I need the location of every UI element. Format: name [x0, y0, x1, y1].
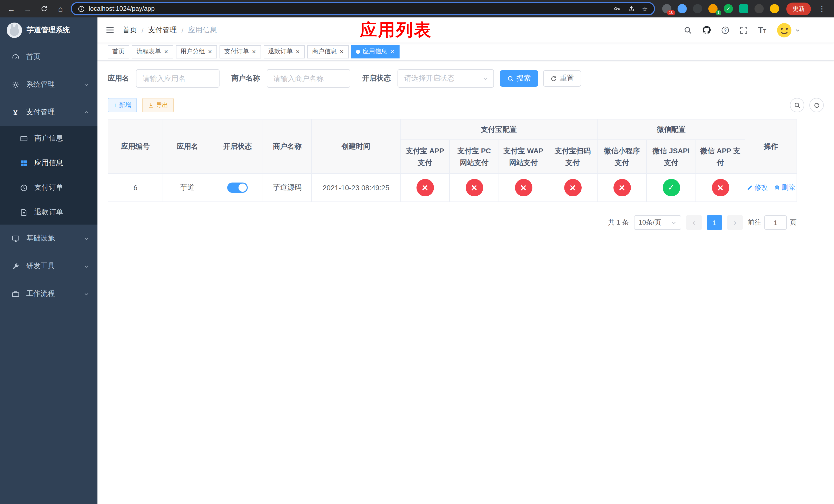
sidebar-item-system[interactable]: 系统管理: [0, 71, 97, 98]
breadcrumb-payment[interactable]: 支付管理: [148, 25, 177, 35]
extension-icon-pin[interactable]: [754, 4, 764, 13]
sidebar-item-merchant-info[interactable]: 商户信息: [0, 126, 97, 151]
sidebar-item-workflow[interactable]: 工作流程: [0, 280, 97, 307]
export-button[interactable]: 导出: [142, 98, 174, 112]
bookmark-star-icon[interactable]: ☆: [642, 5, 648, 13]
hamburger-icon[interactable]: [97, 26, 123, 35]
status-select[interactable]: 请选择开启状态: [397, 69, 494, 88]
breadcrumb-home[interactable]: 首页: [123, 25, 137, 35]
col-header-alipay-pc: 支付宝 PC 网站支付: [449, 140, 499, 174]
cell-actions: 修改 删除: [745, 174, 797, 202]
logo-avatar: [7, 23, 22, 38]
sidebar-item-home[interactable]: 首页: [0, 43, 97, 71]
browser-forward-icon[interactable]: →: [22, 3, 34, 15]
sidebar-item-refund-order[interactable]: 退款订单: [0, 200, 97, 225]
tab-merchant-info[interactable]: 商户信息 ×: [307, 45, 349, 58]
browser-update-button[interactable]: 更新: [786, 2, 811, 15]
tabs-bar: 首页 流程表单 × 用户分组 × 支付订单 × 退款订单 ×: [97, 43, 834, 61]
goto-page-input[interactable]: [764, 215, 787, 230]
search-icon[interactable]: [684, 26, 692, 34]
close-icon[interactable]: ×: [339, 48, 344, 55]
wrench-icon: [11, 262, 20, 270]
extensions-puzzle-icon[interactable]: 10: [662, 4, 672, 13]
sidebar-logo[interactable]: 芋道管理系统: [0, 18, 97, 43]
cell-id: 6: [108, 174, 163, 202]
pencil-icon: [747, 185, 753, 191]
data-table: 应用编号 应用名 开启状态 商户名称 创建时间 支付宝配置 微信配置 操作 支付…: [108, 119, 824, 202]
sidebar-item-app-info[interactable]: 应用信息: [0, 151, 97, 175]
fullscreen-icon[interactable]: [740, 26, 748, 34]
close-icon[interactable]: ×: [251, 48, 256, 55]
extensions-badge: 10: [667, 10, 675, 15]
table-toolbar: + 新增 导出: [108, 98, 824, 112]
user-menu[interactable]: [776, 22, 800, 38]
tab-label: 用户分组: [180, 47, 205, 56]
sidebar-item-label: 基础设施: [26, 234, 55, 243]
cell-created: 2021-10-23 08:49:25: [312, 174, 400, 202]
main-area: 首页 / 支付管理 / 应用信息 应用列表 ?: [97, 18, 834, 504]
yen-icon: ¥: [11, 108, 20, 117]
close-icon[interactable]: ×: [207, 48, 212, 55]
app-window: 芋道管理系统 首页 系统管理 ¥ 支付管理: [0, 18, 834, 504]
close-icon[interactable]: ×: [295, 48, 300, 55]
edit-link[interactable]: 修改: [747, 183, 768, 192]
chevron-down-icon: [84, 263, 89, 269]
breadcrumb-separator: /: [141, 26, 144, 34]
extension-icon-dark[interactable]: [693, 4, 702, 13]
tab-process-form[interactable]: 流程表单 ×: [132, 45, 173, 58]
merchant-name-input[interactable]: [267, 69, 350, 88]
browser-menu-icon[interactable]: ⋮: [815, 4, 829, 13]
github-icon[interactable]: [702, 26, 711, 35]
refresh-table-button[interactable]: [809, 98, 824, 112]
add-button[interactable]: + 新增: [108, 98, 137, 112]
status-alipay-wap: [515, 179, 532, 197]
tab-app-info[interactable]: 应用信息 ×: [351, 45, 399, 58]
extension-icon-green-check[interactable]: ✓: [724, 4, 733, 13]
extension-icon-blue[interactable]: [678, 4, 687, 13]
share-icon[interactable]: [628, 5, 635, 12]
table-row: 6 芋道 芋道源码 2021-10-23 08:49:25: [108, 174, 797, 202]
sidebar-item-dev-tools[interactable]: 研发工具: [0, 252, 97, 280]
sidebar-item-label: 支付管理: [26, 108, 55, 117]
app-name-input[interactable]: [136, 69, 220, 88]
extension-icon-green-square[interactable]: [739, 4, 748, 13]
tab-home[interactable]: 首页: [108, 45, 129, 58]
sidebar-item-pay-order[interactable]: 支付订单: [0, 175, 97, 200]
browser-back-icon[interactable]: ←: [5, 3, 18, 15]
tab-pay-order[interactable]: 支付订单 ×: [220, 45, 261, 58]
url-bar[interactable]: localhost:1024/pay/app ☆: [71, 2, 655, 15]
refresh-icon: [813, 102, 820, 109]
col-header-id: 应用编号: [108, 119, 163, 174]
reset-button[interactable]: 重置: [543, 70, 581, 87]
page-size-select[interactable]: 10条/页: [634, 215, 681, 230]
close-icon[interactable]: ×: [163, 48, 169, 55]
key-icon[interactable]: [613, 5, 621, 12]
tab-refund-order[interactable]: 退款订单 ×: [264, 45, 305, 58]
document-icon: [20, 208, 28, 216]
page-number-button[interactable]: 1: [707, 215, 722, 230]
profile-extension-icon[interactable]: 1: [708, 4, 718, 13]
browser-home-icon[interactable]: ⌂: [54, 3, 67, 15]
prev-page-button[interactable]: ‹: [686, 215, 702, 230]
search-button[interactable]: 搜索: [500, 70, 538, 87]
site-info-icon[interactable]: [78, 5, 85, 12]
next-page-button[interactable]: ›: [727, 215, 743, 230]
breadcrumb: 首页 / 支付管理 / 应用信息: [123, 25, 217, 35]
status-toggle[interactable]: [227, 183, 248, 193]
font-size-icon[interactable]: TT: [758, 25, 766, 35]
browser-avatar-icon[interactable]: [770, 4, 779, 13]
status-alipay-qr: [564, 179, 581, 197]
close-icon[interactable]: ×: [390, 48, 395, 55]
help-icon[interactable]: ?: [721, 26, 729, 34]
col-header-merchant: 商户名称: [263, 119, 312, 174]
toggle-search-button[interactable]: [790, 98, 804, 112]
browser-refresh-icon[interactable]: [38, 3, 50, 15]
navbar-actions: ? TT: [684, 22, 834, 38]
breadcrumb-app-info: 应用信息: [188, 25, 217, 35]
sidebar-item-payment[interactable]: ¥ 支付管理: [0, 98, 97, 126]
sidebar-item-infrastructure[interactable]: 基础设施: [0, 225, 97, 252]
delete-link[interactable]: 删除: [774, 183, 795, 192]
tab-user-group[interactable]: 用户分组 ×: [176, 45, 217, 58]
page-annotation: 应用列表: [360, 19, 432, 42]
payment-submenu: 商户信息 应用信息 支付订单: [0, 126, 97, 225]
